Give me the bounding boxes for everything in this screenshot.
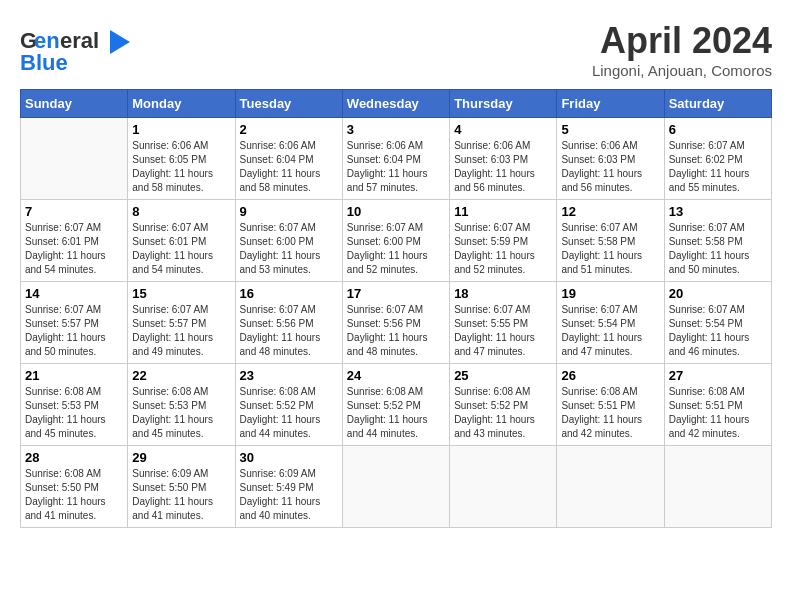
svg-text:Blue: Blue xyxy=(20,50,68,75)
calendar-cell xyxy=(21,118,128,200)
calendar-cell: 20Sunrise: 6:07 AM Sunset: 5:54 PM Dayli… xyxy=(664,282,771,364)
weekday-header: Monday xyxy=(128,90,235,118)
calendar-cell: 24Sunrise: 6:08 AM Sunset: 5:52 PM Dayli… xyxy=(342,364,449,446)
calendar-cell: 17Sunrise: 6:07 AM Sunset: 5:56 PM Dayli… xyxy=(342,282,449,364)
weekday-header: Friday xyxy=(557,90,664,118)
weekday-header: Sunday xyxy=(21,90,128,118)
day-info: Sunrise: 6:07 AM Sunset: 5:58 PM Dayligh… xyxy=(669,221,767,277)
day-info: Sunrise: 6:06 AM Sunset: 6:03 PM Dayligh… xyxy=(561,139,659,195)
calendar-cell: 2Sunrise: 6:06 AM Sunset: 6:04 PM Daylig… xyxy=(235,118,342,200)
day-info: Sunrise: 6:08 AM Sunset: 5:52 PM Dayligh… xyxy=(454,385,552,441)
day-number: 21 xyxy=(25,368,123,383)
weekday-header: Thursday xyxy=(450,90,557,118)
day-info: Sunrise: 6:07 AM Sunset: 5:57 PM Dayligh… xyxy=(25,303,123,359)
day-number: 20 xyxy=(669,286,767,301)
calendar-cell xyxy=(450,446,557,528)
calendar-cell: 1Sunrise: 6:06 AM Sunset: 6:05 PM Daylig… xyxy=(128,118,235,200)
day-info: Sunrise: 6:07 AM Sunset: 5:57 PM Dayligh… xyxy=(132,303,230,359)
day-info: Sunrise: 6:07 AM Sunset: 5:58 PM Dayligh… xyxy=(561,221,659,277)
day-number: 12 xyxy=(561,204,659,219)
calendar-week-row: 1Sunrise: 6:06 AM Sunset: 6:05 PM Daylig… xyxy=(21,118,772,200)
day-info: Sunrise: 6:07 AM Sunset: 6:01 PM Dayligh… xyxy=(25,221,123,277)
day-info: Sunrise: 6:07 AM Sunset: 6:01 PM Dayligh… xyxy=(132,221,230,277)
day-info: Sunrise: 6:09 AM Sunset: 5:50 PM Dayligh… xyxy=(132,467,230,523)
calendar-cell: 16Sunrise: 6:07 AM Sunset: 5:56 PM Dayli… xyxy=(235,282,342,364)
calendar-cell: 8Sunrise: 6:07 AM Sunset: 6:01 PM Daylig… xyxy=(128,200,235,282)
calendar-cell xyxy=(342,446,449,528)
day-info: Sunrise: 6:08 AM Sunset: 5:51 PM Dayligh… xyxy=(561,385,659,441)
calendar-cell: 10Sunrise: 6:07 AM Sunset: 6:00 PM Dayli… xyxy=(342,200,449,282)
calendar-cell: 7Sunrise: 6:07 AM Sunset: 6:01 PM Daylig… xyxy=(21,200,128,282)
calendar-cell: 19Sunrise: 6:07 AM Sunset: 5:54 PM Dayli… xyxy=(557,282,664,364)
day-info: Sunrise: 6:07 AM Sunset: 6:02 PM Dayligh… xyxy=(669,139,767,195)
day-info: Sunrise: 6:08 AM Sunset: 5:53 PM Dayligh… xyxy=(132,385,230,441)
calendar-cell: 25Sunrise: 6:08 AM Sunset: 5:52 PM Dayli… xyxy=(450,364,557,446)
day-info: Sunrise: 6:08 AM Sunset: 5:53 PM Dayligh… xyxy=(25,385,123,441)
day-info: Sunrise: 6:06 AM Sunset: 6:04 PM Dayligh… xyxy=(347,139,445,195)
calendar-cell: 27Sunrise: 6:08 AM Sunset: 5:51 PM Dayli… xyxy=(664,364,771,446)
day-number: 15 xyxy=(132,286,230,301)
calendar-cell xyxy=(664,446,771,528)
logo-svg: G en eral Blue xyxy=(20,20,130,75)
day-number: 17 xyxy=(347,286,445,301)
day-number: 1 xyxy=(132,122,230,137)
calendar-week-row: 28Sunrise: 6:08 AM Sunset: 5:50 PM Dayli… xyxy=(21,446,772,528)
weekday-header: Wednesday xyxy=(342,90,449,118)
page-title: April 2024 xyxy=(592,20,772,62)
day-info: Sunrise: 6:07 AM Sunset: 5:56 PM Dayligh… xyxy=(347,303,445,359)
calendar-cell: 29Sunrise: 6:09 AM Sunset: 5:50 PM Dayli… xyxy=(128,446,235,528)
calendar-cell: 5Sunrise: 6:06 AM Sunset: 6:03 PM Daylig… xyxy=(557,118,664,200)
day-info: Sunrise: 6:08 AM Sunset: 5:51 PM Dayligh… xyxy=(669,385,767,441)
day-info: Sunrise: 6:09 AM Sunset: 5:49 PM Dayligh… xyxy=(240,467,338,523)
logo: G en eral Blue xyxy=(20,20,130,75)
day-number: 11 xyxy=(454,204,552,219)
calendar-week-row: 14Sunrise: 6:07 AM Sunset: 5:57 PM Dayli… xyxy=(21,282,772,364)
day-number: 10 xyxy=(347,204,445,219)
calendar-cell: 12Sunrise: 6:07 AM Sunset: 5:58 PM Dayli… xyxy=(557,200,664,282)
page-subtitle: Lingoni, Anjouan, Comoros xyxy=(592,62,772,79)
day-number: 22 xyxy=(132,368,230,383)
calendar-cell: 18Sunrise: 6:07 AM Sunset: 5:55 PM Dayli… xyxy=(450,282,557,364)
day-number: 4 xyxy=(454,122,552,137)
day-number: 14 xyxy=(25,286,123,301)
day-number: 18 xyxy=(454,286,552,301)
calendar-cell: 30Sunrise: 6:09 AM Sunset: 5:49 PM Dayli… xyxy=(235,446,342,528)
calendar-cell: 21Sunrise: 6:08 AM Sunset: 5:53 PM Dayli… xyxy=(21,364,128,446)
weekday-header: Tuesday xyxy=(235,90,342,118)
day-number: 19 xyxy=(561,286,659,301)
day-number: 8 xyxy=(132,204,230,219)
calendar-cell xyxy=(557,446,664,528)
calendar-cell: 26Sunrise: 6:08 AM Sunset: 5:51 PM Dayli… xyxy=(557,364,664,446)
day-info: Sunrise: 6:07 AM Sunset: 6:00 PM Dayligh… xyxy=(347,221,445,277)
calendar-cell: 11Sunrise: 6:07 AM Sunset: 5:59 PM Dayli… xyxy=(450,200,557,282)
calendar-cell: 4Sunrise: 6:06 AM Sunset: 6:03 PM Daylig… xyxy=(450,118,557,200)
day-info: Sunrise: 6:07 AM Sunset: 5:56 PM Dayligh… xyxy=(240,303,338,359)
calendar-table: SundayMondayTuesdayWednesdayThursdayFrid… xyxy=(20,89,772,528)
day-info: Sunrise: 6:08 AM Sunset: 5:50 PM Dayligh… xyxy=(25,467,123,523)
day-number: 25 xyxy=(454,368,552,383)
day-number: 9 xyxy=(240,204,338,219)
day-number: 2 xyxy=(240,122,338,137)
day-number: 3 xyxy=(347,122,445,137)
calendar-header-row: SundayMondayTuesdayWednesdayThursdayFrid… xyxy=(21,90,772,118)
calendar-cell: 15Sunrise: 6:07 AM Sunset: 5:57 PM Dayli… xyxy=(128,282,235,364)
day-number: 16 xyxy=(240,286,338,301)
calendar-week-row: 21Sunrise: 6:08 AM Sunset: 5:53 PM Dayli… xyxy=(21,364,772,446)
day-info: Sunrise: 6:07 AM Sunset: 6:00 PM Dayligh… xyxy=(240,221,338,277)
calendar-cell: 9Sunrise: 6:07 AM Sunset: 6:00 PM Daylig… xyxy=(235,200,342,282)
day-info: Sunrise: 6:06 AM Sunset: 6:05 PM Dayligh… xyxy=(132,139,230,195)
day-number: 26 xyxy=(561,368,659,383)
day-info: Sunrise: 6:06 AM Sunset: 6:04 PM Dayligh… xyxy=(240,139,338,195)
day-info: Sunrise: 6:08 AM Sunset: 5:52 PM Dayligh… xyxy=(240,385,338,441)
calendar-cell: 23Sunrise: 6:08 AM Sunset: 5:52 PM Dayli… xyxy=(235,364,342,446)
day-info: Sunrise: 6:07 AM Sunset: 5:54 PM Dayligh… xyxy=(561,303,659,359)
calendar-cell: 3Sunrise: 6:06 AM Sunset: 6:04 PM Daylig… xyxy=(342,118,449,200)
day-number: 28 xyxy=(25,450,123,465)
day-info: Sunrise: 6:07 AM Sunset: 5:55 PM Dayligh… xyxy=(454,303,552,359)
calendar-cell: 22Sunrise: 6:08 AM Sunset: 5:53 PM Dayli… xyxy=(128,364,235,446)
day-number: 7 xyxy=(25,204,123,219)
title-block: April 2024 Lingoni, Anjouan, Comoros xyxy=(592,20,772,79)
day-info: Sunrise: 6:07 AM Sunset: 5:54 PM Dayligh… xyxy=(669,303,767,359)
day-info: Sunrise: 6:07 AM Sunset: 5:59 PM Dayligh… xyxy=(454,221,552,277)
day-number: 27 xyxy=(669,368,767,383)
